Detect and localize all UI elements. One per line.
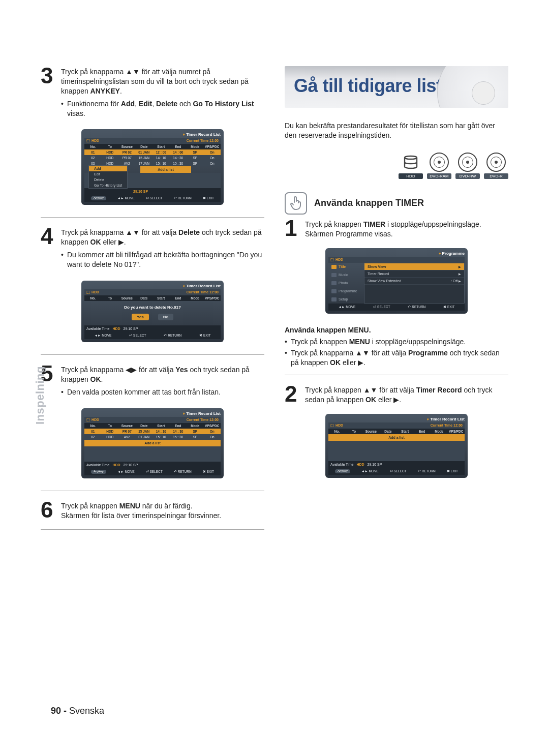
step-5: 5 Tryck på knapparna ◀▶ för att välja Ye… [41, 364, 264, 399]
osd-title: Timer Record List [84, 132, 221, 137]
menu-add[interactable]: Add [89, 166, 127, 171]
osd-programme: Programme ⬚HDD Title Music Photo Program… [325, 248, 468, 314]
exit-hint: ✖ EXIT [203, 196, 214, 200]
table-row: 02HDDAV201 JAN15 : 1015 : 30SPOn [84, 434, 221, 440]
step3-text: Tryck på knapparna ▲▼ för att välja numr… [61, 68, 249, 95]
table-row: 02HDDPR 0715 JAN14 : 1014 : 30SPOn [84, 155, 221, 161]
step-3: 3 Tryck på knapparna ▲▼ för att välja nu… [41, 66, 264, 120]
supported-media-icons: HDD DVD-RAM DVD-RW DVD-R [285, 153, 508, 179]
anykey-label: ANYKEY [90, 87, 120, 95]
select-hint: ⏎ SELECT [146, 196, 163, 200]
sidebar-programme[interactable]: Programme [328, 287, 364, 295]
anykey-hint: Anykey [91, 196, 106, 200]
add-a-list: Add a list [140, 166, 191, 173]
dvd-ram-icon: DVD-RAM [427, 153, 451, 179]
touch-icon [285, 192, 307, 215]
step3-bullet: Funktionerna för Add, Edit, Delete och G… [61, 99, 264, 118]
separator [41, 491, 264, 491]
osd-delete-confirm: Timer Record List ⬚HDDCurrent Time 12:00… [81, 281, 224, 342]
page-lang: Svenska [69, 706, 104, 716]
sidebar-setup[interactable]: Setup [328, 295, 364, 304]
separator [41, 217, 264, 218]
menu-delete[interactable]: Delete [89, 177, 127, 183]
separator [41, 529, 264, 530]
add-a-list: Add a list [328, 434, 465, 441]
dvd-r-icon: DVD-R [484, 153, 508, 179]
table-row: 01HDDPR 0715 JAN14 : 1014 : 30SPOn [84, 429, 221, 434]
programme-sidebar: Title Music Photo Programme Setup [328, 263, 364, 304]
osd-table: No.ToSourceDateStartEndModeVPS/PDC 01HDD… [84, 144, 221, 166]
right-step-2: 2 Tryck på knappen ▲▼ för att välja Time… [285, 384, 508, 405]
step-number: 4 [41, 227, 57, 271]
pane-showview[interactable]: Show View [364, 263, 464, 270]
osd-device: ⬚HDD [86, 139, 99, 143]
osd-hints: Anykey ◄► MOVE ⏎ SELECT ↶ RETURN ✖ EXIT [84, 195, 221, 202]
step-6: 6 Tryck på knappen MENU när du är färdig… [41, 500, 264, 521]
context-menu: Add Edit Delete Go To History List [88, 165, 128, 189]
move-hint: ◄► MOVE [117, 196, 135, 200]
section-banner: Gå till tidigare lista [285, 66, 508, 108]
hdd-icon: HDD [399, 153, 423, 179]
step-4: 4 Tryck på knapparna ▲▼ för att välja De… [41, 227, 264, 271]
pane-timer-record[interactable]: Timer Record [364, 270, 464, 278]
add-a-list: Add a list [84, 440, 221, 446]
sidebar-title[interactable]: Title [328, 263, 364, 271]
hdd-svg [402, 153, 420, 171]
disc-graphic [437, 66, 508, 108]
page-footer: 90 - Svenska [51, 706, 104, 716]
menu-subtitle: Använda knappen MENU. [285, 326, 508, 334]
osd-timer-list-after-delete: Timer Record List ⬚HDDCurrent Time 12:00… [81, 408, 224, 478]
no-button[interactable]: No [158, 314, 173, 320]
osd-timer-list-empty: Timer Record List ⬚HDDCurrent Time 12:00… [325, 414, 468, 478]
return-hint: ↶ RETURN [174, 196, 192, 200]
menu-bullet-1: Tryck på knappen MENU i stoppläge/uppspe… [285, 337, 508, 347]
osd-current-time: Current Time 12:00 [187, 139, 219, 143]
section-subtitle: Använda knappen TIMER [314, 198, 424, 208]
sidebar-music[interactable]: Music [328, 271, 364, 279]
right-step-1: 1 Tryck på knappen TIMER i stoppläge/upp… [285, 219, 508, 239]
programme-pane: Show View Timer Record Show View Extende… [364, 263, 465, 304]
menu-edit[interactable]: Edit [89, 171, 127, 177]
intro-text: Du kan bekräfta prestandaresultatet för … [285, 121, 508, 140]
dvd-rw-icon: DVD-RW [455, 153, 480, 179]
step5-bullet: Den valda posten kommer att tas bort frå… [61, 387, 264, 397]
yes-button[interactable]: Yes [132, 314, 149, 320]
menu-bullet-2: Tryck på knapparna ▲▼ för att välja Prog… [285, 348, 508, 368]
step-number: 3 [41, 66, 57, 120]
pane-showview-ext[interactable]: Show View Extended: Off [364, 278, 464, 285]
table-row: 01HDDPR 0201 JAN12 : 0014 : 00SPOn [84, 149, 221, 155]
left-column: 3 Tryck på knapparna ▲▼ för att välja nu… [41, 66, 264, 539]
separator [285, 375, 508, 375]
right-column: Gå till tidigare lista Du kan bekräfta p… [285, 66, 508, 539]
sidebar-photo[interactable]: Photo [328, 279, 364, 287]
section-side-label: Inspelning [34, 366, 47, 425]
separator [41, 354, 264, 355]
menu-history[interactable]: Go To History List [89, 183, 127, 188]
page-number: 90 - [51, 706, 67, 716]
available-time: Available TimeHDD29:10 SP [84, 325, 221, 332]
step4-bullet: Du kommer att bli tillfrågad att bekräft… [61, 250, 264, 269]
osd-timer-list-with-menu: Timer Record List ⬚HDDCurrent Time 12:00… [81, 129, 224, 205]
confirm-text: Do you want to delete No.01? [84, 301, 221, 312]
